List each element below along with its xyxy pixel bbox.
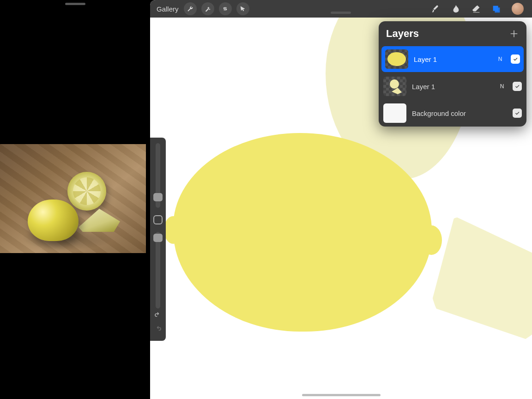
transform-button[interactable]	[236, 2, 249, 15]
multitasking-grabber-icon[interactable]	[331, 12, 351, 14]
check-icon	[514, 110, 520, 116]
slider-thumb[interactable]	[153, 193, 163, 201]
layer-row[interactable]: Layer 1 N	[379, 73, 526, 100]
smudge-icon	[451, 4, 461, 14]
layer-visibility-checkbox[interactable]	[513, 82, 522, 91]
layer-thumbnail-content	[392, 88, 402, 94]
layers-icon	[491, 4, 502, 14]
blend-mode-indicator[interactable]: N	[497, 56, 503, 62]
reference-image[interactable]	[0, 144, 146, 253]
multitasking-grabber-icon[interactable]	[65, 3, 85, 5]
eraser-tool-button[interactable]	[471, 4, 481, 14]
layer-row[interactable]: Layer 1 N	[381, 46, 524, 72]
layer-thumbnail	[385, 49, 408, 69]
selection-s-icon	[222, 6, 229, 12]
canvas-shape-main-lemon	[173, 133, 432, 332]
layers-panel-title: Layers	[386, 28, 419, 40]
wrench-icon	[187, 6, 193, 12]
blend-mode-indicator[interactable]: N	[499, 83, 505, 90]
brush-size-slider[interactable]	[156, 143, 160, 208]
reference-lemon-half	[67, 172, 106, 211]
redo-icon	[154, 325, 162, 333]
layer-thumbnail-content	[390, 79, 399, 89]
layer-visibility-checkbox[interactable]	[513, 109, 522, 118]
layer-thumbnail	[383, 77, 406, 96]
sidebar-toolbar	[150, 138, 166, 341]
add-layer-button[interactable]	[509, 29, 519, 39]
redo-button[interactable]	[154, 325, 162, 335]
split-view-left-app	[0, 0, 150, 399]
brush-opacity-slider[interactable]	[156, 232, 160, 308]
top-toolbar: Gallery	[150, 0, 532, 18]
layers-panel: Layers Layer 1 N La	[379, 21, 526, 127]
undo-icon	[154, 311, 162, 320]
slider-thumb[interactable]	[153, 234, 163, 242]
layer-name-label: Background color	[412, 109, 493, 117]
layer-row[interactable]: Background color	[379, 100, 526, 127]
actions-button[interactable]	[184, 2, 197, 15]
layers-button[interactable]	[491, 4, 502, 14]
layer-thumbnail	[383, 103, 406, 123]
undo-button[interactable]	[154, 311, 162, 321]
adjustments-button[interactable]	[201, 2, 214, 15]
modify-button[interactable]	[153, 215, 163, 224]
plus-icon	[509, 29, 519, 38]
layer-thumbnail-content	[387, 52, 406, 66]
drawing-app: Gallery	[150, 0, 532, 399]
eraser-icon	[471, 4, 481, 14]
home-indicator[interactable]	[302, 394, 381, 396]
layer-name-label: Layer 1	[414, 55, 491, 63]
selection-button[interactable]	[219, 2, 232, 15]
brush-tool-button[interactable]	[430, 4, 441, 14]
gallery-button[interactable]: Gallery	[157, 5, 179, 13]
smudge-tool-button[interactable]	[451, 4, 461, 14]
brush-icon	[430, 4, 441, 14]
wand-icon	[204, 6, 211, 12]
reference-lemon-whole	[28, 200, 79, 241]
check-icon	[514, 84, 520, 89]
check-icon	[513, 56, 518, 62]
color-picker-button[interactable]	[512, 3, 524, 15]
canvas-shape-background-2	[430, 216, 532, 345]
layer-visibility-checkbox[interactable]	[511, 54, 520, 64]
layer-name-label: Layer 1	[412, 83, 493, 91]
cursor-arrow-icon	[239, 6, 246, 12]
